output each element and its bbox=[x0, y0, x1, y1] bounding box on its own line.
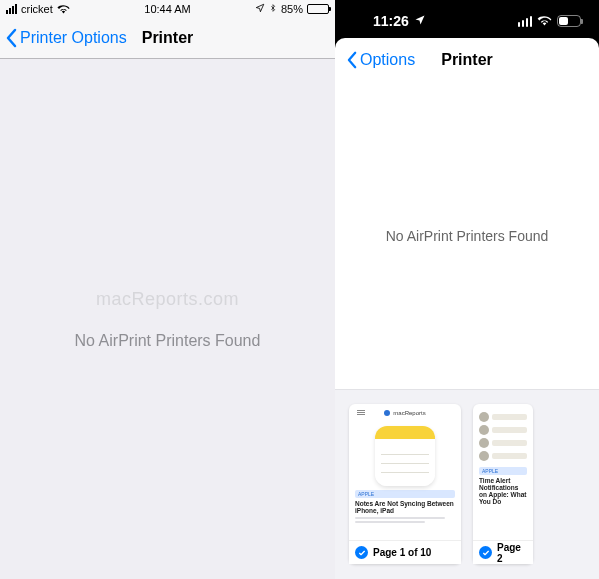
no-printers-message: No AirPrint Printers Found bbox=[75, 332, 261, 350]
back-label: Printer Options bbox=[20, 29, 127, 47]
checkmark-icon[interactable] bbox=[479, 546, 492, 559]
page-indicator: Page 1 of 10 bbox=[373, 547, 431, 558]
back-label: Options bbox=[360, 51, 415, 69]
page-thumbnail[interactable]: macReports APPLE Notes Are Not Syncing B… bbox=[349, 404, 461, 564]
location-arrow-icon bbox=[414, 13, 426, 29]
content-area: No AirPrint Printers Found bbox=[335, 82, 599, 389]
status-bar: cricket 10:44 AM 85% bbox=[0, 0, 335, 18]
nav-bar: Options Printer bbox=[335, 38, 599, 82]
carrier-label: cricket bbox=[21, 3, 53, 15]
notes-app-icon bbox=[375, 426, 435, 486]
location-arrow-icon bbox=[255, 3, 265, 15]
content-preview bbox=[479, 412, 527, 461]
category-tag: APPLE bbox=[479, 467, 527, 475]
status-bar: 11:26 43 bbox=[335, 0, 599, 38]
menu-icon bbox=[357, 410, 365, 415]
chevron-left-icon bbox=[6, 28, 18, 48]
page-footer: Page 2 bbox=[473, 540, 533, 564]
older-ios-screen: cricket 10:44 AM 85% Printer Options Pri… bbox=[0, 0, 335, 579]
no-printers-message: No AirPrint Printers Found bbox=[386, 228, 549, 244]
bluetooth-icon bbox=[269, 2, 277, 16]
nav-title: Printer bbox=[441, 51, 493, 69]
content-area: macReports.com No AirPrint Printers Foun… bbox=[0, 59, 335, 579]
page-thumbnail[interactable]: APPLE Time Alert Notifications on Apple:… bbox=[473, 404, 533, 564]
article-title: Notes Are Not Syncing Between iPhone, iP… bbox=[355, 500, 455, 514]
battery-pct: 85% bbox=[281, 3, 303, 15]
wifi-icon bbox=[57, 4, 70, 14]
battery-icon: 43 bbox=[557, 15, 581, 27]
article-title: Time Alert Notifications on Apple: What … bbox=[479, 477, 527, 506]
watermark-text: macReports.com bbox=[96, 289, 239, 310]
chevron-left-icon bbox=[347, 51, 358, 69]
site-logo-icon bbox=[384, 410, 390, 416]
page-preview-tray[interactable]: macReports APPLE Notes Are Not Syncing B… bbox=[335, 389, 599, 579]
text-lines bbox=[355, 517, 455, 523]
battery-pct: 43 bbox=[565, 17, 574, 26]
cellular-signal-icon bbox=[6, 4, 17, 14]
cellular-signal-icon bbox=[518, 16, 533, 27]
clock: 10:44 AM bbox=[144, 3, 190, 15]
back-button[interactable]: Options bbox=[347, 51, 415, 69]
checkmark-icon[interactable] bbox=[355, 546, 368, 559]
page-footer: Page 1 of 10 bbox=[349, 540, 461, 564]
modal-sheet: Options Printer No AirPrint Printers Fou… bbox=[335, 38, 599, 579]
wifi-icon bbox=[537, 13, 552, 29]
battery-icon bbox=[307, 4, 329, 14]
back-button[interactable]: Printer Options bbox=[6, 28, 127, 48]
nav-title: Printer bbox=[142, 29, 194, 47]
category-tag: APPLE bbox=[355, 490, 455, 498]
nav-bar: Printer Options Printer bbox=[0, 18, 335, 59]
clock: 11:26 bbox=[373, 13, 409, 29]
page-indicator: Page 2 bbox=[497, 542, 527, 564]
newer-ios-screen: 11:26 43 Options Printer No AirPrin bbox=[335, 0, 599, 579]
